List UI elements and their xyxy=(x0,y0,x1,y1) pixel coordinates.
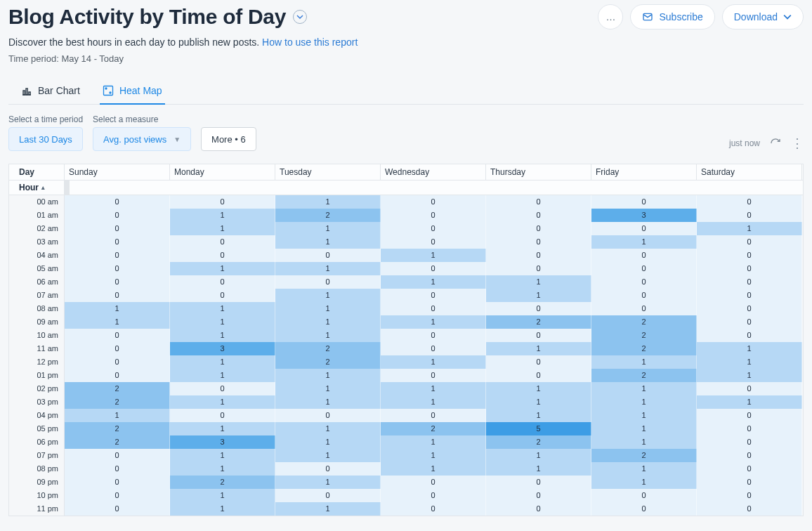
heatmap-cell[interactable]: 1 xyxy=(591,382,697,395)
heatmap-cell[interactable]: 0 xyxy=(65,369,170,382)
heatmap-cell[interactable]: 0 xyxy=(65,262,170,275)
heatmap-cell[interactable]: 1 xyxy=(381,355,486,369)
heatmap-cell[interactable]: 0 xyxy=(697,409,802,422)
heatmap-cell[interactable]: 0 xyxy=(381,289,486,302)
heatmap-cell[interactable]: 1 xyxy=(275,422,381,435)
heatmap-cell[interactable]: 0 xyxy=(381,489,486,502)
heatmap-cell[interactable]: 0 xyxy=(65,342,170,355)
heatmap-cell[interactable]: 2 xyxy=(486,315,591,329)
heatmap-cell[interactable]: 2 xyxy=(275,355,381,369)
heatmap-cell[interactable]: 0 xyxy=(486,249,591,262)
heatmap-cell[interactable]: 2 xyxy=(591,449,697,462)
heatmap-cell[interactable]: 1 xyxy=(275,502,381,516)
heatmap-cell[interactable]: 2 xyxy=(275,209,381,222)
heatmap-cell[interactable]: 0 xyxy=(275,249,381,262)
heatmap-cell[interactable]: 0 xyxy=(486,209,591,222)
heatmap-cell[interactable]: 1 xyxy=(275,302,381,315)
title-dropdown-icon[interactable] xyxy=(293,10,307,24)
heatmap-cell[interactable]: 0 xyxy=(65,502,170,516)
heatmap-cell[interactable]: 1 xyxy=(170,422,275,435)
heatmap-cell[interactable]: 1 xyxy=(170,395,275,409)
heatmap-cell[interactable]: 1 xyxy=(275,382,381,395)
heatmap-cell[interactable]: 0 xyxy=(591,222,697,235)
heatmap-cell[interactable]: 0 xyxy=(697,462,802,476)
heatmap-cell[interactable]: 0 xyxy=(697,422,802,435)
how-to-link[interactable]: How to use this report xyxy=(262,37,358,48)
heatmap-cell[interactable]: 0 xyxy=(486,195,591,209)
heatmap-cell[interactable]: 0 xyxy=(65,449,170,462)
heatmap-cell[interactable]: 0 xyxy=(381,342,486,355)
heatmap-cell[interactable]: 0 xyxy=(65,249,170,262)
heatmap-cell[interactable]: 2 xyxy=(591,369,697,382)
heatmap-cell[interactable]: 0 xyxy=(381,329,486,342)
heatmap-cell[interactable]: 0 xyxy=(486,489,591,502)
heatmap-cell[interactable]: 1 xyxy=(275,329,381,342)
heatmap-cell[interactable]: 0 xyxy=(65,235,170,249)
heatmap-cell[interactable]: 1 xyxy=(381,275,486,289)
refresh-icon[interactable] xyxy=(770,138,781,149)
heatmap-cell[interactable]: 0 xyxy=(591,262,697,275)
heatmap-cell[interactable]: 0 xyxy=(486,476,591,489)
heatmap-cell[interactable]: 0 xyxy=(697,302,802,315)
heatmap-cell[interactable]: 1 xyxy=(591,235,697,249)
day-header-tuesday[interactable]: Tuesday xyxy=(275,164,381,180)
heatmap-cell[interactable]: 0 xyxy=(170,275,275,289)
heatmap-cell[interactable]: 1 xyxy=(170,222,275,235)
heatmap-cell[interactable]: 0 xyxy=(381,409,486,422)
heatmap-cell[interactable]: 2 xyxy=(65,395,170,409)
heatmap-cell[interactable]: 1 xyxy=(170,315,275,329)
heatmap-cell[interactable]: 3 xyxy=(170,435,275,449)
heatmap-cell[interactable]: 0 xyxy=(591,249,697,262)
heatmap-cell[interactable]: 2 xyxy=(65,382,170,395)
heatmap-cell[interactable]: 0 xyxy=(697,435,802,449)
heatmap-cell[interactable]: 0 xyxy=(381,302,486,315)
heatmap-cell[interactable]: 0 xyxy=(486,369,591,382)
heatmap-cell[interactable]: 0 xyxy=(591,289,697,302)
heatmap-cell[interactable]: 1 xyxy=(170,262,275,275)
heatmap-cell[interactable]: 0 xyxy=(65,289,170,302)
heatmap-cell[interactable]: 1 xyxy=(591,355,697,369)
heatmap-cell[interactable]: 0 xyxy=(381,476,486,489)
heatmap-cell[interactable]: 1 xyxy=(381,315,486,329)
heatmap-cell[interactable]: 1 xyxy=(697,369,802,382)
heatmap-cell[interactable]: 0 xyxy=(381,369,486,382)
heatmap-cell[interactable]: 1 xyxy=(170,489,275,502)
heatmap-cell[interactable]: 0 xyxy=(170,195,275,209)
heatmap-cell[interactable]: 0 xyxy=(697,209,802,222)
download-button[interactable]: Download xyxy=(722,4,804,29)
heatmap-cell[interactable]: 0 xyxy=(486,262,591,275)
heatmap-cell[interactable]: 1 xyxy=(275,195,381,209)
more-actions-button[interactable]: … xyxy=(598,4,623,29)
heatmap-cell[interactable]: 1 xyxy=(697,342,802,355)
heatmap-cell[interactable]: 1 xyxy=(591,435,697,449)
heatmap-cell[interactable]: 3 xyxy=(591,209,697,222)
heatmap-cell[interactable]: 0 xyxy=(65,462,170,476)
heatmap-cell[interactable]: 0 xyxy=(381,222,486,235)
heatmap-cell[interactable]: 1 xyxy=(170,449,275,462)
heatmap-cell[interactable]: 0 xyxy=(381,262,486,275)
heatmap-cell[interactable]: 0 xyxy=(591,275,697,289)
heatmap-cell[interactable]: 1 xyxy=(486,289,591,302)
heatmap-cell[interactable]: 1 xyxy=(381,462,486,476)
heatmap-cell[interactable]: 0 xyxy=(170,235,275,249)
heatmap-cell[interactable]: 2 xyxy=(275,342,381,355)
heatmap-cell[interactable]: 0 xyxy=(381,502,486,516)
heatmap-cell[interactable]: 1 xyxy=(486,395,591,409)
heatmap-cell[interactable]: 0 xyxy=(381,209,486,222)
heatmap-cell[interactable]: 0 xyxy=(591,302,697,315)
heatmap-cell[interactable]: 0 xyxy=(697,289,802,302)
heatmap-cell[interactable]: 1 xyxy=(170,329,275,342)
heatmap-cell[interactable]: 1 xyxy=(170,355,275,369)
heatmap-cell[interactable]: 0 xyxy=(275,462,381,476)
heatmap-cell[interactable]: 1 xyxy=(591,422,697,435)
heatmap-cell[interactable]: 2 xyxy=(381,422,486,435)
heatmap-cell[interactable]: 1 xyxy=(591,462,697,476)
heatmap-cell[interactable]: 1 xyxy=(486,462,591,476)
heatmap-cell[interactable]: 1 xyxy=(275,289,381,302)
heatmap-cell[interactable]: 2 xyxy=(486,435,591,449)
heatmap-cell[interactable]: 0 xyxy=(170,409,275,422)
heatmap-cell[interactable]: 0 xyxy=(65,489,170,502)
heatmap-cell[interactable]: 0 xyxy=(697,315,802,329)
heatmap-cell[interactable]: 0 xyxy=(486,235,591,249)
heatmap-cell[interactable]: 0 xyxy=(381,195,486,209)
